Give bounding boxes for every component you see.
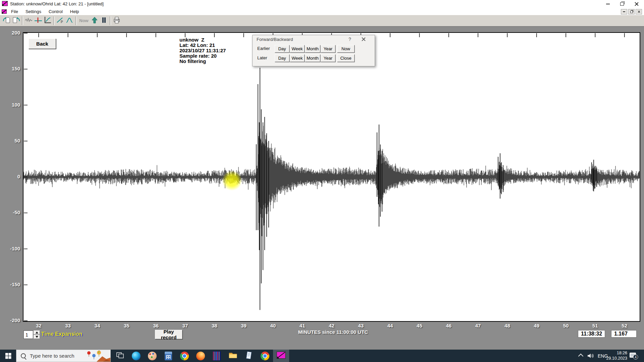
- cursor-value-readout: 1.167: [611, 330, 637, 338]
- print-button[interactable]: [112, 16, 121, 25]
- time-expansion-input[interactable]: 1: [23, 330, 33, 339]
- dialog-earlier-week-button[interactable]: Week: [290, 45, 305, 53]
- toolbar-separator: [110, 16, 111, 25]
- y-tick-label: -200: [0, 317, 20, 323]
- dialog-earlier-day-button[interactable]: Day: [275, 45, 289, 53]
- x-tick-label: 39: [236, 323, 251, 328]
- open-record-icon: [3, 16, 11, 25]
- waveform-view-icon: [25, 16, 33, 25]
- child-close-icon: [638, 10, 640, 13]
- x-axis-title: MINUTES since 11:00:00 UTC: [278, 329, 388, 335]
- x-tick-label: 42: [324, 323, 339, 328]
- dialog-later-week-button[interactable]: Week: [290, 54, 305, 62]
- filter-button[interactable]: P: [56, 16, 65, 25]
- edge-icon: [132, 352, 141, 360]
- notification-badge: 4: [635, 355, 637, 359]
- dialog-later-day-button[interactable]: Day: [275, 54, 289, 62]
- x-tick-label: 37: [178, 323, 193, 328]
- spinner-down-button[interactable]: [34, 335, 40, 339]
- forward-backward-dialog[interactable]: Forward/Backward ? EarlierDayWeekMonthYe…: [252, 35, 375, 66]
- axes-zoom-button[interactable]: [43, 16, 52, 25]
- save-record-icon: [12, 16, 20, 25]
- menu-list: FileSettingsControlHelp: [7, 8, 83, 15]
- axes-zoom-icon: [44, 16, 52, 25]
- record-info-line: Lat: 42 Lon: 21: [179, 43, 226, 48]
- taskbar-item-chrome-2[interactable]: [257, 350, 273, 362]
- child-restore-button[interactable]: [628, 9, 635, 14]
- time-expansion-spinner: [34, 330, 40, 339]
- volume-button[interactable]: [587, 350, 594, 362]
- taskbar-item-file-explorer[interactable]: [225, 350, 241, 362]
- x-tick-label: 49: [529, 323, 544, 328]
- taskbar-item-chrome[interactable]: [176, 350, 193, 362]
- x-tick-label: 52: [617, 323, 632, 328]
- seismogram-plot[interactable]: [23, 32, 640, 322]
- scroll-up-button[interactable]: [90, 16, 99, 25]
- play-record-button[interactable]: Play record: [155, 330, 182, 339]
- menu-help[interactable]: Help: [66, 9, 83, 14]
- phase-pick-button[interactable]: [34, 16, 43, 25]
- x-tick-label: 46: [441, 323, 456, 328]
- x-tick-label: 32: [31, 323, 46, 328]
- taskbar-item-edge[interactable]: [128, 350, 144, 362]
- dialog-earlier-month-button[interactable]: Month: [305, 45, 320, 53]
- record-info-line: Sample rate: 20: [179, 53, 226, 59]
- menu-file[interactable]: File: [7, 9, 22, 14]
- child-window-controls: [621, 9, 642, 14]
- menu-settings[interactable]: Settings: [22, 9, 45, 14]
- menu-control[interactable]: Control: [45, 9, 66, 14]
- tray-expand-button[interactable]: [579, 350, 583, 362]
- dialog-later-year-button[interactable]: Year: [321, 54, 335, 62]
- child-minimize-button[interactable]: [621, 9, 627, 14]
- taskbar-app-icons: [112, 350, 289, 362]
- toolbar-separator: [53, 16, 55, 25]
- child-close-button[interactable]: [636, 9, 642, 14]
- y-tick-label: 200: [0, 30, 20, 36]
- now-button[interactable]: Now: [78, 16, 90, 25]
- title-bar: Station: unknow/Ohrid Lat: 42 Lon: 21 - …: [0, 0, 644, 8]
- open-record-button[interactable]: [2, 16, 11, 25]
- app-icon: [2, 1, 8, 7]
- close-button[interactable]: [630, 0, 643, 8]
- taskbar-item-seismograph-app[interactable]: [273, 350, 289, 362]
- taskbar-search-box[interactable]: Type here to search: [16, 350, 111, 362]
- phase-pick-icon: [34, 16, 42, 25]
- child-minimize-icon: [623, 11, 625, 12]
- x-tick-label: 35: [119, 323, 134, 328]
- start-button[interactable]: [0, 350, 16, 362]
- x-tick-label: 48: [500, 323, 515, 328]
- clock-time: 18:26: [606, 351, 627, 356]
- dialog-help-button[interactable]: ?: [347, 37, 353, 42]
- paint-icon: [148, 352, 157, 360]
- y-tick-label: -150: [0, 282, 20, 287]
- x-tick-label: 44: [383, 323, 397, 328]
- taskbar-item-calculator[interactable]: [160, 350, 176, 362]
- minimize-button[interactable]: [601, 0, 614, 8]
- taskbar-item-notepad[interactable]: [241, 350, 257, 362]
- dialog-later-month-button[interactable]: Month: [305, 54, 320, 62]
- gaussian-filter-icon: [66, 16, 74, 25]
- gaussian-filter-button[interactable]: [65, 16, 74, 25]
- taskbar-item-task-view[interactable]: [112, 350, 128, 362]
- dialog-earlier-now-button[interactable]: Now: [337, 45, 355, 53]
- spinner-up-button[interactable]: [34, 330, 40, 335]
- search-highlight-image: [85, 350, 110, 362]
- waveform-view-button[interactable]: [24, 16, 34, 25]
- notification-center-button[interactable]: 4: [629, 352, 639, 362]
- clock-date: 29.10.2023: [606, 356, 627, 361]
- cursor-highlight-marker: [222, 171, 242, 191]
- dialog-later-close-button[interactable]: Close: [337, 54, 355, 62]
- taskbar-clock[interactable]: 18:26 29.10.2023: [606, 351, 627, 361]
- taskbar-item-paint[interactable]: [144, 350, 160, 362]
- scroll-stop-button[interactable]: [99, 16, 109, 25]
- x-tick-label: 34: [90, 323, 105, 328]
- taskbar-item-firefox[interactable]: [193, 350, 209, 362]
- taskbar-item-seismogram-viewer[interactable]: [209, 350, 225, 362]
- dialog-earlier-year-button[interactable]: Year: [321, 45, 335, 53]
- restore-button[interactable]: [615, 0, 629, 8]
- back-button[interactable]: Back: [29, 39, 56, 49]
- y-tick-label: -50: [0, 209, 20, 215]
- save-record-button[interactable]: [11, 16, 21, 25]
- calculator-icon: [165, 352, 172, 360]
- search-placeholder: Type here to search: [30, 353, 85, 359]
